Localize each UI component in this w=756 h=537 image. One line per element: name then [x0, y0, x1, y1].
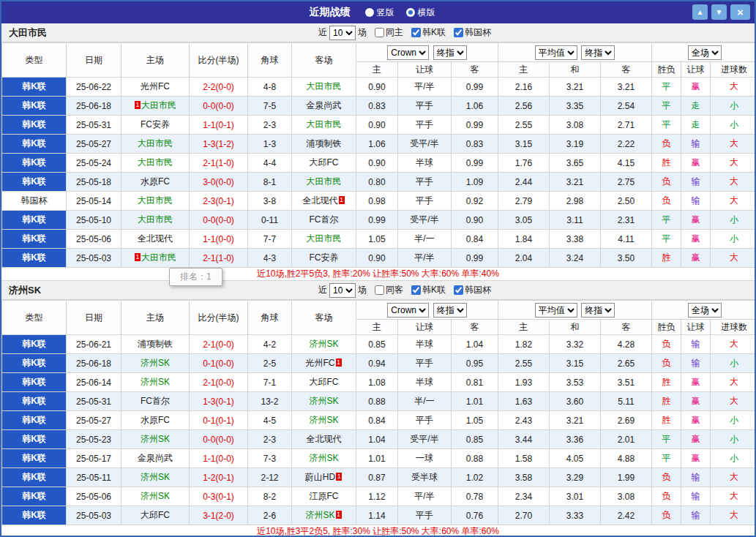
result-goals-cell: 小: [711, 411, 756, 430]
away-team-cell[interactable]: 济州SK1: [292, 506, 356, 525]
home-team-cell[interactable]: 1大田市民: [121, 97, 190, 116]
away-team-cell[interactable]: 光州FC1: [292, 354, 356, 373]
away-team-cell[interactable]: 大邱FC: [292, 373, 356, 392]
same-venue-filter[interactable]: 同客: [375, 284, 403, 296]
bookmaker-select[interactable]: Crown: [387, 45, 429, 60]
odds-home-cell: 0.80: [356, 173, 398, 192]
away-team-cell[interactable]: 全北现代1: [292, 192, 356, 211]
home-team-cell[interactable]: 大田市民: [121, 135, 190, 154]
avg-away-cell: 3.51: [601, 373, 652, 392]
away-team-cell[interactable]: 蔚山HD1: [292, 468, 356, 487]
home-team-cell[interactable]: 济州SK: [121, 354, 190, 373]
scroll-up-button[interactable]: ▲: [692, 4, 708, 20]
home-team-cell[interactable]: 济州SK: [121, 487, 190, 506]
home-team-cell[interactable]: 大邱FC: [121, 506, 190, 525]
radio-horizontal-layout[interactable]: 横版: [406, 7, 435, 19]
away-team-cell[interactable]: 浦项制铁: [292, 135, 356, 154]
home-team-cell[interactable]: FC安养: [121, 116, 190, 135]
radio-vertical-layout[interactable]: 竖版: [365, 7, 394, 19]
home-team-cell[interactable]: 水原FC: [121, 411, 190, 430]
same-venue-checkbox[interactable]: [375, 28, 384, 37]
away-team-name: 济州SK: [309, 453, 338, 463]
scope-select[interactable]: 全场: [688, 303, 722, 318]
away-team-cell[interactable]: 大田市民: [292, 116, 356, 135]
cup-filter[interactable]: 韩国杯: [454, 284, 491, 296]
away-team-cell[interactable]: 金泉尚武: [292, 97, 356, 116]
home-team-cell[interactable]: 浦项制铁: [121, 335, 190, 354]
average-select[interactable]: 平均值: [535, 303, 577, 318]
home-team-cell[interactable]: 全北现代: [121, 230, 190, 249]
col-away: 客场: [292, 301, 356, 335]
result-handicap-cell: 赢: [681, 449, 711, 468]
away-team-cell[interactable]: 大邱FC: [292, 154, 356, 173]
avg-draw-cell: 3.29: [550, 468, 601, 487]
recent-count-select[interactable]: 10: [329, 26, 356, 40]
cup-checkbox[interactable]: [454, 28, 463, 37]
away-team-cell[interactable]: 济州SK: [292, 335, 356, 354]
rank-tooltip: 排名：1: [169, 268, 222, 286]
col-odds-away: 客: [452, 62, 498, 78]
away-team-cell[interactable]: FC首尔: [292, 211, 356, 230]
away-team-cell[interactable]: 济州SK: [292, 449, 356, 468]
home-team-cell[interactable]: 大田市民: [121, 192, 190, 211]
league-checkbox[interactable]: [411, 28, 421, 37]
scope-select[interactable]: 全场: [688, 45, 722, 60]
col-result-wdl: 胜负: [652, 320, 681, 335]
average-select[interactable]: 平均值: [535, 45, 577, 60]
away-team-cell[interactable]: 大田市民: [292, 230, 356, 249]
cup-checkbox[interactable]: [454, 285, 463, 295]
score-cell: 0-0(0-0): [190, 430, 248, 449]
avg-draw-cell: 3.08: [550, 116, 601, 135]
league-filter[interactable]: 韩K联: [411, 26, 446, 39]
bookmaker-select[interactable]: Crown: [387, 303, 429, 318]
home-team-cell[interactable]: 济州SK: [121, 468, 190, 487]
home-team-cell[interactable]: 大田市民: [121, 211, 190, 230]
avg-away-cell: 2.01: [601, 430, 652, 449]
home-team-cell[interactable]: 大田市民: [121, 154, 190, 173]
close-button[interactable]: ×: [730, 4, 750, 20]
away-team-cell[interactable]: 大田市民: [292, 173, 356, 192]
home-team-cell[interactable]: 1大田市民: [121, 249, 190, 268]
match-date-cell: 25-05-10: [67, 211, 121, 230]
odds-stage-select[interactable]: 终指: [433, 45, 467, 60]
home-team-cell[interactable]: 济州SK: [121, 430, 190, 449]
away-team-cell[interactable]: FC安养: [292, 249, 356, 268]
result-handicap-cell: 输: [681, 135, 711, 154]
result-goals-cell: 小: [711, 449, 756, 468]
odds-stage-select[interactable]: 终指: [433, 303, 467, 318]
league-filter[interactable]: 韩K联: [411, 284, 446, 296]
match-date-cell: 25-05-24: [67, 154, 121, 173]
away-team-cell[interactable]: 全北现代: [292, 430, 356, 449]
result-handicap-cell: 输: [681, 192, 711, 211]
league-checkbox[interactable]: [411, 285, 421, 295]
home-team-cell[interactable]: FC首尔: [121, 392, 190, 411]
col-avg-home: 主: [498, 320, 550, 335]
avg-stage-select[interactable]: 终指: [581, 45, 615, 60]
match-row: 韩K联 25-05-27 大田市民 1-3(1-2) 1-3 浦项制铁 1.06…: [2, 135, 756, 154]
recent-count-select[interactable]: 10: [329, 283, 356, 298]
result-wdl-cell: 平: [652, 230, 681, 249]
odds-away-cell: 0.90: [452, 211, 498, 230]
team-name: 大田市民: [1, 26, 47, 40]
away-team-cell[interactable]: 江原FC: [292, 487, 356, 506]
avg-home-cell: 1.63: [498, 392, 550, 411]
result-handicap-cell: 赢: [681, 78, 711, 97]
same-venue-checkbox[interactable]: [375, 285, 384, 295]
result-wdl-cell: 平: [652, 97, 681, 116]
scroll-down-button[interactable]: ▼: [711, 4, 727, 20]
result-goals-cell: 小: [711, 354, 756, 373]
home-team-cell[interactable]: 济州SK: [121, 373, 190, 392]
away-team-cell[interactable]: 济州SK: [292, 392, 356, 411]
away-team-cell[interactable]: 济州SK: [292, 411, 356, 430]
cup-filter[interactable]: 韩国杯: [454, 26, 491, 39]
score-cell: 2-1(1-0): [190, 154, 248, 173]
avg-draw-cell: 3.21: [550, 411, 601, 430]
match-date-cell: 25-06-18: [67, 354, 121, 373]
avg-stage-select[interactable]: 终指: [581, 303, 615, 318]
home-team-cell[interactable]: 光州FC: [121, 78, 190, 97]
home-team-cell[interactable]: 金泉尚武: [121, 449, 190, 468]
home-team-cell[interactable]: 水原FC: [121, 173, 190, 192]
odds-home-cell: 0.90: [356, 116, 398, 135]
same-venue-filter[interactable]: 同主: [375, 26, 403, 39]
away-team-cell[interactable]: 大田市民: [292, 78, 356, 97]
